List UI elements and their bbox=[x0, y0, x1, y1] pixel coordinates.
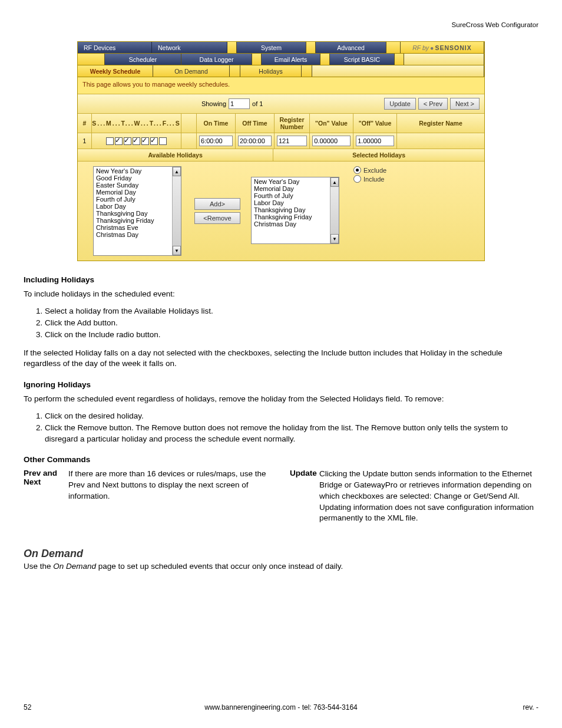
col-off-value: "Off" Value bbox=[353, 114, 397, 133]
off-time-input[interactable] bbox=[238, 136, 272, 146]
list-item[interactable]: Thanksgiving Friday bbox=[254, 213, 336, 220]
heading-ignoring-holidays: Ignoring Holidays bbox=[24, 380, 538, 389]
day-checkbox[interactable] bbox=[141, 137, 149, 145]
day-checkbox[interactable] bbox=[150, 137, 158, 145]
row-gap bbox=[181, 133, 197, 149]
showing-label: Showing bbox=[201, 100, 226, 107]
tab-spacer bbox=[252, 54, 262, 65]
cmd-prevnext-def: If there are more than 16 devices or rul… bbox=[68, 469, 272, 524]
tab-rf-devices[interactable]: RF Devices bbox=[78, 42, 152, 53]
update-button[interactable]: Update bbox=[384, 98, 415, 110]
col-on-time: On Time bbox=[197, 114, 236, 133]
tab-data-logger[interactable]: Data Logger bbox=[181, 54, 252, 65]
list-item[interactable]: Labor Day bbox=[96, 203, 178, 210]
tab-scheduler[interactable]: Scheduler bbox=[105, 54, 181, 65]
on-time-input[interactable] bbox=[199, 136, 233, 146]
col-days: S...M...T...W...T...F...S bbox=[92, 114, 181, 133]
col-off-time: Off Time bbox=[236, 114, 275, 133]
heading-including-holidays: Including Holidays bbox=[24, 275, 538, 284]
day-checkbox[interactable] bbox=[106, 137, 114, 145]
include-option[interactable]: Include bbox=[353, 175, 386, 183]
cmd-update-def: Clicking the Update button sends informa… bbox=[319, 469, 538, 524]
day-checkbox[interactable] bbox=[124, 137, 131, 145]
scroll-up-icon[interactable]: ▲ bbox=[330, 177, 339, 187]
inc-intro: To include holidays in the scheduled eve… bbox=[24, 289, 538, 300]
tab-spacer bbox=[386, 42, 401, 53]
tab-spacer bbox=[306, 42, 316, 53]
tab-email-alerts[interactable]: Email Alerts bbox=[262, 54, 320, 65]
doc-header: SureCross Web Configurator bbox=[24, 21, 538, 28]
row-idx: 1 bbox=[78, 133, 92, 149]
add-button[interactable]: Add> bbox=[194, 198, 240, 210]
tab-advanced[interactable]: Advanced bbox=[316, 42, 386, 53]
tab-script-basic[interactable]: Script BASIC bbox=[330, 54, 395, 65]
col-idx: # bbox=[78, 114, 92, 133]
list-item: Click the Add button. bbox=[45, 318, 538, 328]
selected-holidays-list[interactable]: New Year's DayMemorial DayFourth of July… bbox=[251, 177, 339, 244]
radio-icon bbox=[353, 175, 361, 183]
include-label: Include bbox=[363, 176, 384, 183]
scroll-up-icon[interactable]: ▲ bbox=[173, 167, 181, 176]
cmd-prevnext-term: Prev and Next bbox=[24, 469, 68, 524]
day-checkbox[interactable] bbox=[115, 137, 123, 145]
of-label: of 1 bbox=[252, 100, 263, 107]
list-item: Click the Remove button. The Remove butt… bbox=[45, 423, 538, 444]
text: page to set up scheduled events that occ… bbox=[96, 562, 343, 571]
exclude-option[interactable]: Exclude bbox=[353, 166, 386, 174]
tab-spacer bbox=[404, 54, 484, 65]
heading-on-demand: On Demand bbox=[24, 548, 538, 560]
showing-input[interactable] bbox=[229, 98, 250, 109]
next-button[interactable]: Next > bbox=[450, 98, 480, 110]
reg-num-input[interactable] bbox=[277, 136, 307, 146]
text-em: On Demand bbox=[53, 562, 96, 571]
list-item[interactable]: Fourth of July bbox=[96, 196, 178, 203]
list-item: Select a holiday from the Available Holi… bbox=[45, 306, 538, 317]
scroll-down-icon[interactable]: ▼ bbox=[330, 234, 339, 243]
list-item[interactable]: Fourth of July bbox=[254, 192, 336, 199]
list-item[interactable]: Thanksgiving Day bbox=[254, 206, 336, 213]
list-item[interactable]: Labor Day bbox=[254, 199, 336, 206]
brand-label: RF by ● SENSONIX bbox=[401, 42, 484, 53]
tab-spacer bbox=[230, 65, 240, 77]
tab-network[interactable]: Network bbox=[152, 42, 227, 53]
list-item[interactable]: Good Friday bbox=[96, 174, 178, 182]
list-item[interactable]: Christmas Day bbox=[96, 231, 178, 238]
rfby-prefix: RF by bbox=[412, 44, 429, 51]
list-item[interactable]: Christmas Day bbox=[254, 220, 336, 228]
tab-holidays[interactable]: Holidays bbox=[240, 65, 302, 77]
brand-icon: ● bbox=[430, 44, 434, 51]
on-value-input[interactable] bbox=[312, 136, 351, 146]
tab-spacer bbox=[78, 54, 105, 65]
list-item[interactable]: Christmas Eve bbox=[96, 224, 178, 231]
col-gap bbox=[181, 114, 197, 133]
list-item: Click on the desired holiday. bbox=[45, 411, 538, 421]
available-holidays-list[interactable]: New Year's DayGood FridayEaster SundayMe… bbox=[93, 166, 181, 256]
tab-on-demand[interactable]: On Demand bbox=[153, 65, 230, 77]
list-item[interactable]: Thanksgiving Day bbox=[96, 210, 178, 217]
tab-spacer bbox=[312, 65, 484, 77]
ign-steps-list: Click on the desired holiday.Click the R… bbox=[37, 411, 538, 444]
day-checkbox[interactable] bbox=[133, 137, 140, 145]
day-checkbox[interactable] bbox=[159, 137, 167, 145]
reg-name-cell bbox=[397, 133, 484, 149]
footer-center: www.bannerengineering.com - tel: 763-544… bbox=[24, 703, 538, 711]
list-item[interactable]: New Year's Day bbox=[96, 167, 178, 174]
off-value-input[interactable] bbox=[356, 136, 394, 146]
inc-note: If the selected Holiday falls on a day n… bbox=[24, 348, 538, 370]
tab-system[interactable]: System bbox=[237, 42, 306, 53]
on-demand-intro: Use the On Demand page to set up schedul… bbox=[24, 561, 538, 572]
list-item[interactable]: Memorial Day bbox=[96, 189, 178, 196]
ign-intro: To perform the scheduled event regardles… bbox=[24, 394, 538, 405]
prev-button[interactable]: < Prev bbox=[418, 98, 448, 110]
heading-other-commands: Other Commands bbox=[24, 455, 538, 464]
list-item[interactable]: New Year's Day bbox=[254, 178, 336, 185]
remove-button[interactable]: <Remove bbox=[194, 212, 240, 224]
list-item[interactable]: Thanksgiving Friday bbox=[96, 217, 178, 224]
sect-selected: Selected Holidays bbox=[273, 149, 484, 161]
tab-weekly-schedule[interactable]: Weekly Schedule bbox=[78, 65, 153, 77]
col-reg-num: Register Number bbox=[275, 114, 310, 133]
scroll-down-icon[interactable]: ▼ bbox=[173, 246, 181, 255]
list-item[interactable]: Easter Sunday bbox=[96, 182, 178, 189]
tab-spacer bbox=[320, 54, 330, 65]
list-item[interactable]: Memorial Day bbox=[254, 185, 336, 192]
